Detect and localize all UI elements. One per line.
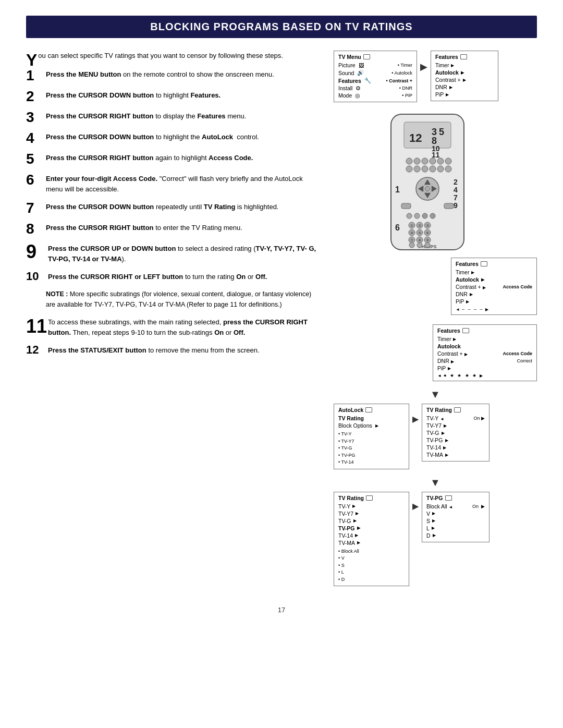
page-title: Blocking Programs Based on TV Ratings	[36, 21, 527, 33]
step-text-11: To access these subratings, with the mai…	[48, 317, 321, 338]
svg-text:①: ①	[410, 224, 413, 227]
tvpg-title: TV-PG	[426, 495, 485, 501]
tvr-tvpg: TV-PG ▶	[426, 436, 485, 444]
svg-point-25	[445, 166, 451, 172]
step-text-12: Press the STATUS/EXIT button to remove t…	[48, 345, 260, 356]
tvr2-tvpg: TV-PG ▶	[338, 525, 405, 532]
svg-point-58	[417, 242, 422, 248]
step-text-3: Press the CURSOR RIGHT button to display…	[46, 111, 246, 122]
screen-features-3-title: Features	[437, 327, 532, 334]
svg-text:7: 7	[454, 193, 458, 202]
svg-point-37	[422, 213, 427, 219]
svg-point-14	[406, 158, 412, 164]
tvr-tvy: TV-Y ◄ On ▶	[426, 415, 485, 422]
step-11: 11 To access these subratings, with the …	[26, 317, 321, 338]
svg-point-36	[414, 213, 420, 219]
svg-text:⑨: ⑨	[426, 238, 429, 242]
step-12: 12 Press the STATUS/EXIT button to remov…	[26, 345, 321, 356]
svg-text:2: 2	[454, 178, 458, 186]
feat2-contrast: Contrast + ▶ Access Code	[456, 283, 532, 290]
screen-features-3: Features Timer ▶ Autolock Contrast + ▶ A…	[433, 324, 537, 381]
feat1-dnr: DNR ▶	[435, 83, 494, 91]
svg-point-16	[422, 158, 428, 164]
step-1: 1 Press the MENU button on the remote co…	[26, 69, 321, 83]
svg-point-35	[407, 213, 412, 219]
step-8: 8 Press the CURSOR RIGHT button to enter…	[26, 223, 321, 236]
svg-point-21	[414, 166, 420, 172]
step-num-3: 3	[26, 110, 41, 125]
menu-features: Features 🔧• Contrast +	[338, 77, 412, 84]
svg-text:④: ④	[410, 231, 413, 235]
step-3: 3 Press the CURSOR RIGHT button to displ…	[26, 111, 321, 125]
tvpg-blockall: Block All ◄ On ▶	[426, 503, 485, 510]
step-text-2: Press the CURSOR DOWN button to highligh…	[46, 90, 221, 101]
note-block: NOTE : More specific subratings (for vio…	[46, 289, 321, 310]
step-9: 9 Press the CURSOR UP or DOWN button to …	[26, 244, 321, 264]
tvpg-s: S ▶	[426, 517, 485, 525]
feat1-contrast: Contrast + ▶	[435, 76, 494, 83]
svg-text:②: ②	[418, 224, 421, 227]
screen-features-2-title: Features	[456, 261, 532, 267]
feat3-pip: PiP ▶	[437, 365, 532, 372]
svg-point-57	[409, 242, 414, 248]
intro-text: ou can select specific TV ratings that y…	[38, 52, 283, 59]
step-text-7: Press the CURSOR DOWN button repeatedly …	[46, 202, 279, 212]
drop-cap: Y	[26, 52, 37, 68]
screen-tv-menu: TV Menu Picture 🖼• Timer Sound 🔊• Autolo…	[334, 51, 417, 102]
diag-row-4: AutoLock TV Rating Block Options ▶ • TV-…	[334, 404, 537, 469]
tvr2-tvg: TV-G ▶	[338, 517, 405, 525]
screen-tvrating2: TV Rating TV-Y ▶ TV-Y7 ▶ TV-G ▶ TV-PG ▶ …	[334, 492, 409, 587]
tvrating2-icon	[366, 495, 373, 501]
menu-picture: Picture 🖼• Timer	[338, 62, 412, 69]
svg-point-19	[445, 158, 451, 164]
features-1-icon	[460, 54, 467, 59]
tvr2-subitems: • Block All • V • S • L • D	[338, 548, 405, 584]
al-blockopts: Block Options ▶	[338, 422, 405, 429]
svg-text:⑧: ⑧	[418, 238, 421, 242]
remote-svg: PHILIPS 12 3 5 8 10 11 1 2 4	[375, 112, 480, 258]
svg-point-59	[425, 242, 430, 248]
feat2-timer: Timer ▶	[456, 269, 532, 276]
screen-tvpg: TV-PG Block All ◄ On ▶ V ▶ S ▶ L ▶ D ▶	[422, 492, 489, 542]
diag-row-3: Features Timer ▶ Autolock Contrast + ▶ A…	[334, 324, 537, 381]
svg-point-15	[414, 158, 420, 164]
tvpg-d: D ▶	[426, 532, 485, 539]
screen-tv-menu-title: TV Menu	[338, 54, 412, 60]
page-header: Blocking Programs Based on TV Ratings	[26, 16, 537, 38]
svg-text:⑦: ⑦	[410, 238, 413, 242]
tvr-tvg: TV-G ▶	[426, 429, 485, 436]
feat2-pip: PiP ▶	[456, 298, 532, 305]
diagram-section: TV Menu Picture 🖼• Timer Sound 🔊• Autolo…	[334, 51, 537, 590]
feat1-autolock: Autolock ▶	[435, 69, 494, 76]
tvrating2-title: TV Rating	[338, 495, 405, 501]
tvr2-tv14: TV-14 ▶	[338, 532, 405, 539]
feat3-dnr: DNR ▶ Correct	[437, 357, 532, 365]
code-display: ◄ ● ★ ★ ★ ★ ▶	[437, 373, 532, 378]
feat2-dnr: DNR ▶	[456, 290, 532, 298]
tvrating-icon	[454, 407, 461, 412]
menu-mode: Mode ◎• PiP	[338, 92, 412, 99]
screen-tvrating: TV Rating TV-Y ◄ On ▶ TV-Y7 ▶ TV-G ▶ TV-…	[422, 404, 489, 462]
tvpg-l: L ▶	[426, 525, 485, 532]
step-text-8: Press the CURSOR RIGHT button to enter t…	[46, 223, 242, 233]
step-num-11: 11	[26, 317, 43, 336]
connector-down-2: ▼	[334, 477, 537, 489]
screen-features-2: Features Timer ▶ Autolock ▶ Contrast + ▶…	[451, 258, 537, 315]
svg-point-24	[437, 166, 444, 172]
svg-text:⑥: ⑥	[426, 231, 429, 235]
tvr-tv14: TV-14 ▶	[426, 444, 485, 451]
step-num-9: 9	[26, 242, 43, 261]
features-3-icon	[462, 328, 469, 333]
svg-text:6: 6	[395, 223, 400, 232]
step-text-1: Press the MENU button on the remote cont…	[46, 69, 274, 80]
step-text-6: Enter your four-digit Access Code. "Corr…	[46, 174, 321, 195]
tvrating-title: TV Rating	[426, 407, 485, 413]
tvr-tvma: TV-MA ▶	[426, 451, 485, 458]
svg-point-32	[425, 186, 430, 191]
diag-row-1: TV Menu Picture 🖼• Timer Sound 🔊• Autolo…	[334, 51, 537, 102]
step-num-7: 7	[26, 201, 41, 215]
step-6: 6 Enter your four-digit Access Code. "Co…	[26, 174, 321, 195]
access-code-line: ◄ – – – – ▶	[456, 307, 532, 312]
svg-text:1: 1	[395, 185, 400, 194]
tvr2-tvma: TV-MA ▶	[338, 539, 405, 547]
